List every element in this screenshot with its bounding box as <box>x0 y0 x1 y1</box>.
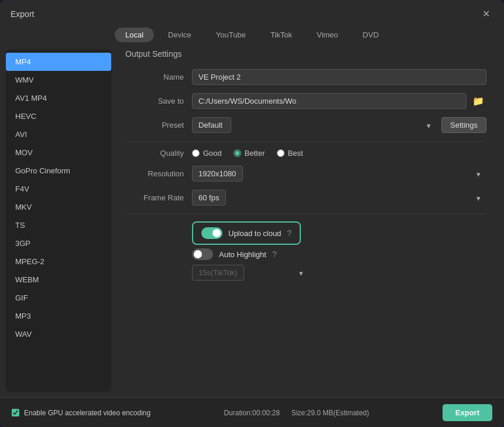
duration-label: Duration:00:00:28 <box>224 409 279 417</box>
export-dialog: Export ✕ Local Device YouTube TikTok Vim… <box>0 0 504 427</box>
close-button[interactable]: ✕ <box>479 7 493 21</box>
tabs-row: Local Device YouTube TikTok Vimeo DVD <box>0 25 504 49</box>
output-settings-title: Output Settings <box>125 49 486 59</box>
preset-select-wrapper: Default Custom <box>192 117 437 133</box>
divider-1 <box>125 141 486 142</box>
divider-2 <box>125 214 486 214</box>
sidebar-item-mpeg2[interactable]: MPEG-2 <box>6 252 111 271</box>
resolution-label: Resolution <box>125 169 184 178</box>
quality-good-radio[interactable] <box>192 149 200 157</box>
name-input[interactable] <box>192 69 486 85</box>
sidebar-item-av1mp4[interactable]: AV1 MP4 <box>6 89 111 107</box>
folder-browse-button[interactable]: 📁 <box>470 94 486 108</box>
frame-rate-row: Frame Rate 60 fps 30 fps 24 fps 25 fps <box>125 190 486 206</box>
footer-meta: Duration:00:00:28 Size:29.0 MB(Estimated… <box>224 409 369 417</box>
auto-highlight-label: Auto Highlight <box>219 250 266 259</box>
quality-better-radio[interactable] <box>234 149 241 157</box>
name-label: Name <box>125 73 184 81</box>
name-row: Name <box>125 69 486 85</box>
gpu-label: Enable GPU accelerated video encoding <box>24 409 150 417</box>
preset-select[interactable]: Default Custom <box>192 117 231 133</box>
size-label: Size:29.0 MB(Estimated) <box>292 409 369 417</box>
frame-rate-select[interactable]: 60 fps 30 fps 24 fps 25 fps <box>192 190 226 206</box>
title-bar: Export ✕ <box>0 0 504 25</box>
footer-left: Enable GPU accelerated video encoding <box>12 409 150 417</box>
auto-highlight-row: Auto Highlight ? <box>192 248 486 260</box>
resolution-select-wrapper: 1920x1080 1280x720 3840x2160 <box>192 166 486 182</box>
preset-control-row: Default Custom Settings <box>192 117 486 133</box>
format-sidebar: MP4 WMV AV1 MP4 HEVC AVI MOV GoPro Cinef… <box>6 49 111 392</box>
save-to-row: Save to C:/Users/WS/Documents/Wo 📁 <box>125 93 486 109</box>
quality-label: Quality <box>125 149 184 158</box>
sidebar-item-webm[interactable]: WEBM <box>6 271 111 289</box>
tab-device[interactable]: Device <box>157 28 202 42</box>
main-content: MP4 WMV AV1 MP4 HEVC AVI MOV GoPro Cinef… <box>0 49 504 398</box>
quality-row: Quality Good Better Best <box>125 149 486 158</box>
export-button[interactable]: Export <box>443 404 492 421</box>
quality-best-text: Best <box>288 149 303 158</box>
quality-good-label[interactable]: Good <box>192 149 222 158</box>
sidebar-item-3gp[interactable]: 3GP <box>6 234 111 252</box>
resolution-row: Resolution 1920x1080 1280x720 3840x2160 <box>125 166 486 182</box>
tab-youtube[interactable]: YouTube <box>205 28 256 42</box>
upload-cloud-help-icon[interactable]: ? <box>287 228 292 238</box>
sidebar-item-mp4[interactable]: MP4 <box>6 53 111 71</box>
quality-best-label[interactable]: Best <box>277 149 303 158</box>
quality-better-text: Better <box>245 149 265 158</box>
sidebar-item-f4v[interactable]: F4V <box>6 180 111 198</box>
output-panel: Output Settings Name Save to C:/Users/WS… <box>111 49 498 392</box>
quality-best-radio[interactable] <box>277 149 284 157</box>
tab-tiktok[interactable]: TikTok <box>260 28 303 42</box>
sidebar-item-mkv[interactable]: MKV <box>6 198 111 216</box>
upload-cloud-toggle[interactable] <box>201 227 222 239</box>
sidebar-item-mov[interactable]: MOV <box>6 144 111 162</box>
sidebar-item-wav[interactable]: WAV <box>6 325 111 343</box>
tab-dvd[interactable]: DVD <box>352 28 389 42</box>
settings-button[interactable]: Settings <box>441 117 486 133</box>
auto-highlight-duration-wrapper: 15s(TikTok) 30s 60s <box>192 265 309 281</box>
preset-label: Preset <box>125 121 184 129</box>
auto-highlight-help-icon[interactable]: ? <box>272 250 277 259</box>
quality-good-text: Good <box>203 149 222 158</box>
sidebar-item-wmv[interactable]: WMV <box>6 71 111 89</box>
frame-rate-select-wrapper: 60 fps 30 fps 24 fps 25 fps <box>192 190 486 206</box>
quality-better-label[interactable]: Better <box>234 149 265 158</box>
save-to-path: C:/Users/WS/Documents/Wo <box>192 93 467 109</box>
upload-cloud-slider <box>201 227 222 239</box>
save-to-label: Save to <box>125 97 184 105</box>
dialog-title: Export <box>11 9 34 19</box>
tab-local[interactable]: Local <box>115 28 154 42</box>
auto-highlight-slider <box>192 248 213 260</box>
sidebar-item-hevc[interactable]: HEVC <box>6 107 111 125</box>
preset-row: Preset Default Custom Settings <box>125 117 486 133</box>
frame-rate-label: Frame Rate <box>125 193 184 202</box>
sidebar-item-mp3[interactable]: MP3 <box>6 307 111 325</box>
gpu-checkbox[interactable] <box>12 409 19 416</box>
auto-highlight-duration-row: 15s(TikTok) 30s 60s <box>192 265 486 281</box>
auto-highlight-toggle[interactable] <box>192 248 213 260</box>
sidebar-item-ts[interactable]: TS <box>6 216 111 234</box>
tab-vimeo[interactable]: Vimeo <box>306 28 349 42</box>
upload-cloud-label: Upload to cloud <box>228 229 281 238</box>
sidebar-item-gopro[interactable]: GoPro Cineform <box>6 162 111 180</box>
sidebar-item-avi[interactable]: AVI <box>6 125 111 144</box>
resolution-select[interactable]: 1920x1080 1280x720 3840x2160 <box>192 166 243 182</box>
upload-cloud-container: Upload to cloud ? <box>192 221 301 245</box>
auto-highlight-duration-select[interactable]: 15s(TikTok) 30s 60s <box>192 265 244 281</box>
quality-options: Good Better Best <box>192 149 303 158</box>
footer: Enable GPU accelerated video encoding Du… <box>0 398 504 427</box>
save-to-path-row: C:/Users/WS/Documents/Wo 📁 <box>192 93 486 109</box>
sidebar-item-gif[interactable]: GIF <box>6 289 111 307</box>
